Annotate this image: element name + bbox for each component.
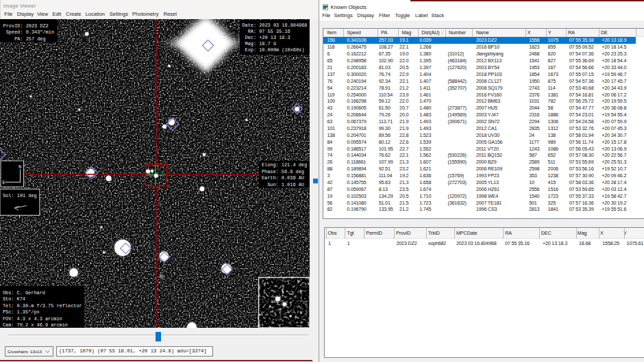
svg-text:Tel: 0.30-m f/3.75 reflector: Tel: 0.30-m f/3.75 reflector <box>3 303 82 309</box>
svg-text:Cam: 70.2 x 46.9 arcmin: Cam: 70.2 x 46.9 arcmin <box>3 322 68 328</box>
svg-text:Stn: K74: Stn: K74 <box>3 296 25 302</box>
svg-text:Exp: 10.000m (10x60s): Exp: 10.000m (10x60s) <box>242 47 304 53</box>
svg-text:Phase: 56.8 deg: Phase: 56.8 deg <box>262 169 304 174</box>
svg-text:Earth: 0.039 AU: Earth: 0.039 AU <box>262 175 304 181</box>
svg-text:Date: 2023 03 16.804968: Date: 2023 03 16.804968 <box>242 23 307 28</box>
svg-text:Elong: 121.4 deg: Elong: 121.4 deg <box>262 162 307 168</box>
svg-text:FOV: 4.3 x 4.3 arcmin: FOV: 4.3 x 4.3 arcmin <box>3 316 62 322</box>
svg-text:Dec: +20 13 18.3: Dec: +20 13 18.3 <box>242 35 290 40</box>
svg-text:Sol: 101 deg: Sol: 101 deg <box>3 193 37 198</box>
svg-text:ProvID: 2023 DZ2: ProvID: 2023 DZ2 <box>3 23 49 29</box>
svg-text:PSc: 1.35"/px: PSc: 1.35"/px <box>3 309 40 315</box>
svg-text:E: E <box>2 180 5 185</box>
svg-text:Speed: 0.343"/min: Speed: 0.343"/min <box>3 29 54 35</box>
svg-text:Mag: 18.7 G: Mag: 18.7 G <box>242 41 276 47</box>
svg-text:Obs: C. Gerhard: Obs: C. Gerhard <box>3 290 45 296</box>
svg-text:PA: 257 deg: PA: 257 deg <box>3 36 46 42</box>
svg-text:Sun: 1.016 AU: Sun: 1.016 AU <box>262 182 304 188</box>
svg-text:RA: 07 55 35.16: RA: 07 55 35.16 <box>242 29 290 34</box>
svg-text:N: N <box>18 164 21 170</box>
